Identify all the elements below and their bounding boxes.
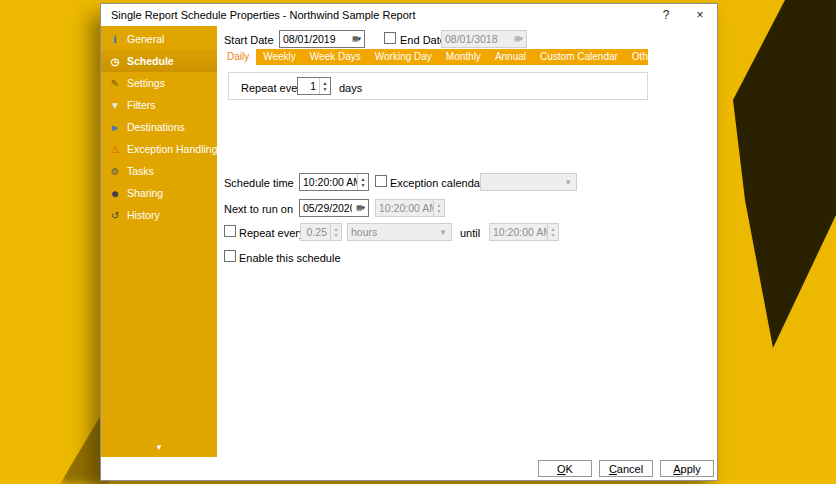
exception-calendar-checkbox[interactable] xyxy=(375,175,387,187)
calendar-dropdown-icon: ▦▾ xyxy=(510,31,526,47)
warning-icon: ⚠ xyxy=(108,144,122,155)
tab-overflow-chevron[interactable]: » xyxy=(664,49,680,65)
spinner-down-icon: ▼ xyxy=(334,232,339,238)
repeat-days-unit-label: days xyxy=(339,82,362,94)
sidebar-item-tasks[interactable]: ⚙ Tasks xyxy=(101,160,217,182)
destination-icon: ► xyxy=(108,122,122,133)
repeat-interval-value: 0.25 xyxy=(301,224,330,240)
tab-working-day[interactable]: Working Day xyxy=(368,49,439,65)
filter-icon: ▼ xyxy=(108,100,122,111)
tab-custom-calendar[interactable]: Custom Calendar xyxy=(533,49,625,65)
spinner-down-icon[interactable]: ▼ xyxy=(361,182,366,188)
until-time-value: 10:20:00 AM xyxy=(490,224,547,240)
repeat-days-value: 1 xyxy=(298,78,319,94)
end-date-label: End Date xyxy=(400,34,446,46)
sidebar-item-label: Tasks xyxy=(127,165,154,177)
enable-schedule-checkbox[interactable] xyxy=(224,250,236,262)
close-button[interactable]: × xyxy=(683,4,717,26)
next-run-date-input[interactable]: 05/29/2020 ▦▾ xyxy=(299,199,369,217)
sidebar-item-label: Schedule xyxy=(127,55,174,67)
end-date-checkbox[interactable] xyxy=(384,32,396,44)
tab-daily[interactable]: Daily xyxy=(220,49,256,65)
next-run-time-value: 10:20:00 AM xyxy=(376,200,433,216)
window-title: Single Report Schedule Properties - Nort… xyxy=(101,9,649,21)
spinner: ▲▼ xyxy=(547,224,558,240)
spinner-down-icon[interactable]: ▼ xyxy=(323,86,328,92)
repeat-unit-select: hours ▾ xyxy=(347,223,452,241)
end-date-input: 08/01/3018 ▦▾ xyxy=(441,30,527,48)
ok-button-label: OK xyxy=(557,463,573,475)
schedule-tabstrip: Daily Weekly Week Days Working Day Month… xyxy=(220,49,648,65)
tab-other[interactable]: Other xyxy=(625,49,664,65)
sidebar-item-schedule[interactable]: ◷ Schedule xyxy=(101,50,217,72)
spinner: ▲▼ xyxy=(433,200,444,216)
dialog-body: ℹ General ◷ Schedule ✎ Settings ▼ Filter… xyxy=(101,26,717,457)
calendar-dropdown-icon[interactable]: ▦▾ xyxy=(352,200,368,216)
until-time-input: 10:20:00 AM ▲▼ xyxy=(489,223,559,241)
sidebar-item-general[interactable]: ℹ General xyxy=(101,28,217,50)
sidebar-item-destinations[interactable]: ► Destinations xyxy=(101,116,217,138)
tab-week-days[interactable]: Week Days xyxy=(303,49,368,65)
exception-calendar-value xyxy=(481,174,560,190)
gear-icon: ⚙ xyxy=(108,166,122,177)
repeat-every-checkbox[interactable] xyxy=(224,225,236,237)
sidebar-item-exception-handling[interactable]: ⚠ Exception Handling xyxy=(101,138,217,160)
help-button[interactable]: ? xyxy=(649,4,683,26)
spinner[interactable]: ▲▼ xyxy=(357,174,368,190)
sidebar-item-history[interactable]: ↺ History xyxy=(101,204,217,226)
background-dark-shape xyxy=(705,0,836,484)
start-date-input[interactable]: 08/01/2019 ▦▾ xyxy=(279,30,365,48)
calendar-dropdown-icon[interactable]: ▦▾ xyxy=(348,31,364,47)
repeat-days-group: Repeat every 1 ▲▼ days xyxy=(228,72,648,100)
chevron-down-icon: ▾ xyxy=(560,174,576,190)
spinner[interactable]: ▲▼ xyxy=(319,78,330,94)
info-icon: ℹ xyxy=(108,34,122,45)
people-icon: ☻ xyxy=(108,188,122,199)
repeat-days-input[interactable]: 1 ▲▼ xyxy=(297,77,331,95)
exception-calendar-select: ▾ xyxy=(480,173,577,191)
pencil-icon: ✎ xyxy=(108,78,122,89)
next-run-label: Next to run on xyxy=(224,203,293,215)
sidebar-item-filters[interactable]: ▼ Filters xyxy=(101,94,217,116)
repeat-unit-value: hours xyxy=(348,224,435,240)
sidebar: ℹ General ◷ Schedule ✎ Settings ▼ Filter… xyxy=(101,26,217,457)
spinner: ▲▼ xyxy=(330,224,341,240)
dialog-window: Single Report Schedule Properties - Nort… xyxy=(100,3,718,481)
sidebar-item-label: Sharing xyxy=(127,187,163,199)
cancel-button-label: Cancel xyxy=(609,463,643,475)
dialog-footer: OK Cancel Apply xyxy=(101,457,717,480)
sidebar-item-label: General xyxy=(127,33,164,45)
sidebar-item-settings[interactable]: ✎ Settings xyxy=(101,72,217,94)
clock-icon: ◷ xyxy=(108,56,122,67)
tab-monthly[interactable]: Monthly xyxy=(439,49,488,65)
spinner-down-icon: ▼ xyxy=(551,232,556,238)
chevron-down-icon: ▾ xyxy=(435,224,451,240)
schedule-panel: Start Date 08/01/2019 ▦▾ End Date 08/01/… xyxy=(217,26,717,457)
cancel-button[interactable]: Cancel xyxy=(599,460,653,477)
end-date-value: 08/01/3018 xyxy=(442,31,510,47)
sidebar-item-label: Settings xyxy=(127,77,165,89)
repeat-every-label: Repeat every xyxy=(239,227,304,239)
enable-schedule-label: Enable this schedule xyxy=(239,252,341,264)
spinner-down-icon: ▼ xyxy=(437,208,442,214)
sidebar-item-sharing[interactable]: ☻ Sharing xyxy=(101,182,217,204)
repeat-interval-input: 0.25 ▲▼ xyxy=(300,223,342,241)
tab-annual[interactable]: Annual xyxy=(488,49,533,65)
sidebar-item-label: History xyxy=(127,209,160,221)
until-label: until xyxy=(460,227,480,239)
apply-button[interactable]: Apply xyxy=(660,460,714,477)
sidebar-scroll-down-icon[interactable]: ▼ xyxy=(101,443,217,452)
next-run-date-value: 05/29/2020 xyxy=(300,200,352,216)
exception-calendar-label: Exception calendar xyxy=(390,177,484,189)
window-titlebar: Single Report Schedule Properties - Nort… xyxy=(101,4,717,26)
schedule-time-label: Schedule time xyxy=(224,177,294,189)
ok-button[interactable]: OK xyxy=(538,460,592,477)
next-run-time-input: 10:20:00 AM ▲▼ xyxy=(375,199,445,217)
sidebar-item-label: Destinations xyxy=(127,121,185,133)
apply-button-label: Apply xyxy=(673,463,701,475)
tab-weekly[interactable]: Weekly xyxy=(256,49,303,65)
schedule-time-input[interactable]: 10:20:00 AM ▲▼ xyxy=(299,173,369,191)
history-icon: ↺ xyxy=(108,210,122,221)
start-date-value: 08/01/2019 xyxy=(280,31,348,47)
sidebar-item-label: Filters xyxy=(127,99,156,111)
